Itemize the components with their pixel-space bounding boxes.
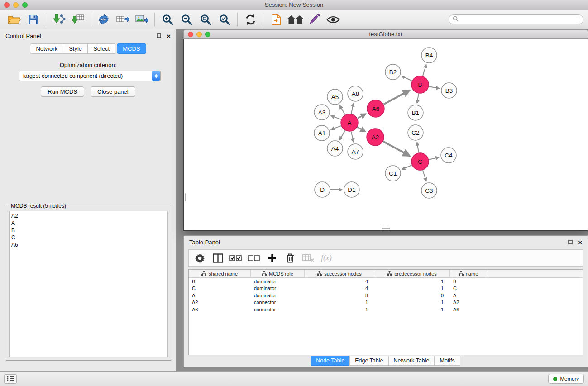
float-panel-icon[interactable]: [568, 238, 573, 246]
tab-select[interactable]: Select: [88, 43, 115, 54]
edge-A-A3[interactable]: [331, 116, 341, 119]
edge-A2-C[interactable]: [383, 142, 410, 156]
edge-B-B1[interactable]: [417, 94, 418, 103]
column-header-shared-name[interactable]: shared name: [189, 270, 251, 277]
home-icon[interactable]: [286, 11, 305, 28]
edge-C-C2[interactable]: [417, 142, 419, 152]
network-maximize-icon[interactable]: [205, 32, 210, 37]
node-A6[interactable]: A6: [367, 100, 384, 117]
tab-mcds[interactable]: MCDS: [117, 43, 146, 54]
columns-icon[interactable]: [209, 253, 227, 263]
edge-A-A5[interactable]: [340, 105, 345, 115]
node-B3[interactable]: B3: [441, 83, 457, 98]
node-A1[interactable]: A1: [314, 125, 330, 141]
network-canvas[interactable]: B4B2BB3A8A5A6A3B1AC2A1A2A4A7C4CC1DD1C3: [183, 39, 588, 231]
network-graph[interactable]: B4B2BB3A8A5A6A3B1AC2A1A2A4A7C4CC1DD1C3: [184, 39, 588, 230]
maximize-window-icon[interactable]: [22, 2, 28, 8]
edge-B-B3[interactable]: [429, 86, 440, 89]
column-header-predecessor-nodes[interactable]: predecessor nodes: [374, 270, 450, 277]
mcds-result-item[interactable]: A6: [11, 241, 166, 248]
network-window-titlebar[interactable]: testGlobe.txt: [183, 29, 588, 39]
node-A2[interactable]: A2: [367, 129, 384, 146]
style-brush-icon[interactable]: [305, 11, 324, 28]
node-B4[interactable]: B4: [421, 48, 437, 63]
zoom-out-icon[interactable]: [177, 11, 196, 28]
node-C[interactable]: C: [411, 153, 429, 170]
vertical-scrollbar-thumb[interactable]: [185, 193, 186, 201]
eye-icon[interactable]: [324, 11, 343, 28]
edge-A-A1[interactable]: [331, 126, 341, 129]
network-minimize-icon[interactable]: [196, 32, 202, 37]
zoom-selected-icon[interactable]: [215, 11, 234, 28]
close-panel-icon[interactable]: ×: [167, 33, 171, 39]
node-A5[interactable]: A5: [327, 89, 343, 105]
close-panel-icon[interactable]: ×: [578, 239, 582, 246]
mcds-result-list[interactable]: A2ABCA6: [9, 211, 168, 357]
function-icon[interactable]: f(x): [317, 253, 335, 262]
edge-A6-B[interactable]: [384, 90, 410, 104]
table-row[interactable]: Bdominator41B: [189, 278, 583, 285]
edge-C-C1[interactable]: [402, 165, 412, 170]
import-network-icon[interactable]: [49, 11, 68, 28]
node-D[interactable]: D: [315, 182, 330, 197]
tab-edge-table[interactable]: Edge Table: [349, 356, 388, 366]
delete-row-icon[interactable]: [281, 253, 299, 263]
edge-C-C4[interactable]: [429, 157, 440, 160]
float-panel-icon[interactable]: [157, 32, 161, 40]
tab-motifs[interactable]: Motifs: [434, 356, 460, 366]
table-row[interactable]: Adominator80A: [189, 292, 583, 299]
select-all-icon[interactable]: [227, 254, 245, 262]
node-A[interactable]: A: [341, 114, 358, 131]
criterion-dropdown[interactable]: largest connected component (directed): [19, 71, 161, 81]
edge-A-A2[interactable]: [357, 127, 365, 132]
deselect-all-icon[interactable]: [245, 254, 263, 262]
edge-B-B4[interactable]: [423, 65, 426, 76]
node-C3[interactable]: C3: [421, 183, 437, 198]
memory-button[interactable]: Memory: [548, 374, 584, 384]
node-D1[interactable]: D1: [344, 182, 359, 197]
export-image-icon[interactable]: [132, 11, 151, 28]
column-header-name[interactable]: name: [450, 270, 487, 277]
search-box[interactable]: [449, 14, 583, 24]
node-B[interactable]: B: [411, 76, 429, 93]
node-C1[interactable]: C1: [385, 166, 401, 181]
export-network-icon[interactable]: [94, 11, 113, 28]
network-file-icon[interactable]: [267, 11, 286, 28]
minimize-window-icon[interactable]: [13, 2, 19, 8]
apply-layout-icon[interactable]: [241, 11, 260, 28]
mcds-result-item[interactable]: C: [11, 234, 166, 241]
column-header-mcds-role[interactable]: MCDS role: [251, 270, 305, 277]
edge-B-B2[interactable]: [402, 76, 412, 81]
table-row[interactable]: A6connector11A6: [189, 306, 583, 313]
zoom-fit-icon[interactable]: [196, 11, 215, 28]
tab-node-table[interactable]: Node Table: [311, 356, 350, 366]
mcds-result-item[interactable]: B: [11, 227, 166, 234]
mcds-result-item[interactable]: A2: [11, 212, 166, 219]
run-mcds-button[interactable]: Run MCDS: [41, 86, 84, 97]
gear-icon[interactable]: [191, 253, 209, 263]
edge-A-A7[interactable]: [351, 132, 354, 142]
task-history-button[interactable]: [4, 374, 17, 384]
node-A3[interactable]: A3: [314, 105, 330, 120]
node-B2[interactable]: B2: [385, 64, 401, 80]
delete-table-icon[interactable]: [299, 254, 317, 262]
close-panel-button[interactable]: Close panel: [91, 86, 135, 97]
save-session-icon[interactable]: [24, 11, 43, 28]
edge-A-A6[interactable]: [358, 114, 366, 119]
edge-A-A8[interactable]: [351, 103, 354, 114]
edge-C-C3[interactable]: [423, 170, 426, 181]
table-row[interactable]: Cdominator41C: [189, 285, 583, 292]
add-row-icon[interactable]: [263, 254, 281, 262]
node-B1[interactable]: B1: [408, 105, 423, 120]
edge-A-A4[interactable]: [340, 130, 345, 140]
node-A4[interactable]: A4: [327, 141, 343, 156]
close-window-icon[interactable]: [4, 2, 10, 8]
node-C4[interactable]: C4: [441, 148, 456, 163]
node-C2[interactable]: C2: [408, 125, 423, 140]
horizontal-scrollbar-thumb[interactable]: [382, 228, 390, 229]
mcds-result-item[interactable]: A: [11, 219, 166, 227]
tab-network[interactable]: Network: [30, 43, 63, 54]
network-close-icon[interactable]: [188, 32, 193, 37]
column-header-successor-nodes[interactable]: successor nodes: [305, 270, 374, 277]
node-A7[interactable]: A7: [348, 144, 363, 159]
